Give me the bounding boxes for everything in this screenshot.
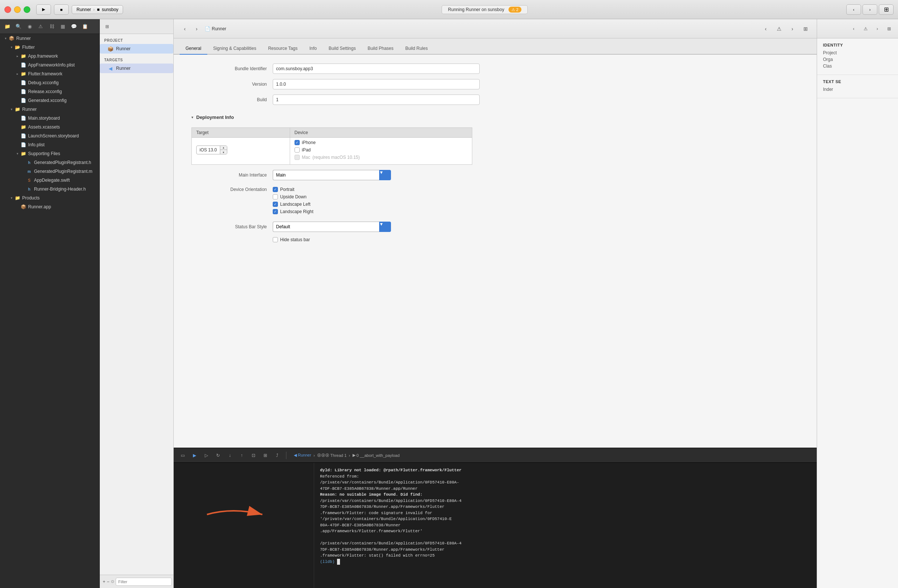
tab-build-phases[interactable]: Build Phases bbox=[362, 43, 400, 55]
version-input[interactable] bbox=[273, 79, 480, 89]
debug-step-out-btn[interactable]: ↑ bbox=[237, 451, 246, 460]
grid-icon[interactable]: ▦ bbox=[58, 22, 67, 31]
tab-info[interactable]: Info bbox=[303, 43, 323, 55]
nav-back-btn[interactable]: ‹ bbox=[846, 5, 861, 15]
debug-step-in-btn[interactable]: ↓ bbox=[225, 451, 234, 460]
debug-view-btn[interactable]: ⊡ bbox=[249, 451, 258, 460]
landscape-left-checkbox[interactable] bbox=[273, 202, 278, 207]
sidebar-item-generated-xcconfig[interactable]: ▸ 📄 Generated.xcconfig bbox=[0, 96, 99, 105]
debug-toolbar: ▭ ▶ ▷ ↻ ↓ ↑ ⊡ ⊞ ⤴ ◀ Runner › ⦿⦿⦿ Thread … bbox=[174, 448, 817, 463]
play-button[interactable]: ▶ bbox=[36, 5, 51, 15]
editor-nav-back[interactable]: ‹ bbox=[180, 24, 190, 34]
sidebar-item-bridging-header[interactable]: ▸ h Runner-Bridging-Header.h bbox=[0, 185, 99, 193]
warning-badge[interactable]: ⚠ 2 bbox=[509, 7, 521, 12]
editor-pane-icon[interactable]: ⊞ bbox=[800, 24, 811, 34]
tab-build-settings[interactable]: Build Settings bbox=[323, 43, 361, 55]
search-icon[interactable]: 🔍 bbox=[14, 22, 23, 31]
debug-hide-btn[interactable]: ▭ bbox=[178, 451, 187, 460]
tab-general[interactable]: General bbox=[180, 43, 207, 55]
scheme-selector[interactable]: Runner › ■ sunsboy bbox=[72, 5, 123, 14]
sidebar-item-supporting-files[interactable]: ▾ 📁 Supporting Files bbox=[0, 149, 99, 158]
report-icon[interactable]: 📋 bbox=[81, 22, 89, 31]
sidebar-item-launch-storyboard[interactable]: ▸ 📄 LaunchScreen.storyboard bbox=[0, 132, 99, 140]
sidebar-item-plugin-registrant-h[interactable]: ▸ h GeneratedPluginRegistrant.h bbox=[0, 158, 99, 167]
main-interface-dropdown-btn[interactable]: ▼ bbox=[379, 170, 391, 180]
sidebar-item-products[interactable]: ▾ 📁 Products bbox=[0, 193, 99, 203]
debug-play-btn[interactable]: ▷ bbox=[202, 451, 211, 460]
ios-version-down-arrow[interactable]: ▼ bbox=[220, 150, 227, 154]
sidebar-item-runner-folder[interactable]: ▾ 📁 Runner bbox=[0, 105, 99, 114]
sidebar-item-debug-xcconfig[interactable]: ▸ 📄 Debug.xcconfig bbox=[0, 78, 99, 87]
stop-button[interactable]: ■ bbox=[54, 5, 69, 15]
editor-nav-forward[interactable]: › bbox=[191, 24, 202, 34]
titlebar-center: Running Runner on sunsboy ⚠ 2 bbox=[126, 5, 843, 14]
debug-step-over-btn[interactable]: ↻ bbox=[214, 451, 223, 460]
project-nav-inspector-icon[interactable]: ⊞ bbox=[103, 22, 112, 31]
tab-signing[interactable]: Signing & Capabilities bbox=[207, 43, 262, 55]
hide-status-bar-checkbox[interactable] bbox=[273, 237, 278, 242]
landscape-right-checkbox[interactable] bbox=[273, 209, 278, 214]
products-icon: 📁 bbox=[14, 195, 21, 201]
status-bar-style-dropdown-btn[interactable]: ▼ bbox=[379, 222, 391, 232]
navigator-btn[interactable]: ⊞ bbox=[879, 5, 893, 15]
right-panel-nav-left[interactable]: ‹ bbox=[849, 25, 858, 33]
tab-build-rules[interactable]: Build Rules bbox=[400, 43, 434, 55]
link-icon[interactable]: ⛓ bbox=[47, 22, 56, 31]
ios-version-up-arrow[interactable]: ▲ bbox=[220, 146, 227, 150]
project-nav-runner-target[interactable]: ◀ Runner bbox=[100, 63, 173, 73]
debug-folder-btn[interactable]: ▶ bbox=[190, 451, 199, 460]
warning-icon[interactable]: ⚠ bbox=[36, 22, 45, 31]
mac-checkbox[interactable] bbox=[295, 155, 300, 160]
editor-right-nav-right[interactable]: › bbox=[787, 24, 798, 34]
debug-line-4: 47DF-BCB7-E385A0B67838/Runner.app/Runner bbox=[320, 486, 811, 492]
minimize-button[interactable] bbox=[14, 6, 21, 13]
sidebar-item-info-plist[interactable]: ▸ 📄 Info.plist bbox=[0, 140, 99, 149]
right-panel-nav-right[interactable]: › bbox=[873, 25, 882, 33]
folder-icon[interactable]: 📁 bbox=[3, 22, 12, 31]
portrait-checkbox[interactable] bbox=[273, 187, 278, 192]
source-icon[interactable]: 💬 bbox=[69, 22, 78, 31]
tab-resource-tags[interactable]: Resource Tags bbox=[262, 43, 303, 55]
right-panel-warning[interactable]: ⚠ bbox=[861, 25, 870, 33]
sidebar-item-assets[interactable]: ▸ 📁 Assets.xcassets bbox=[0, 123, 99, 132]
debug-memory-btn[interactable]: ⊞ bbox=[261, 451, 270, 460]
bundle-identifier-input[interactable] bbox=[273, 63, 480, 74]
sidebar-item-plugin-registrant-m[interactable]: ▸ m GeneratedPluginRegistrant.m bbox=[0, 167, 99, 176]
iphone-checkbox[interactable] bbox=[295, 140, 300, 145]
sidebar-item-runner-app[interactable]: ▸ 📦 Runner.app bbox=[0, 203, 99, 211]
deployment-info-header[interactable]: ▾ Deployment Info bbox=[191, 110, 799, 124]
filter-input[interactable] bbox=[116, 578, 172, 586]
sidebar-item-appdelegate[interactable]: ▸ S AppDelegate.swift bbox=[0, 176, 99, 185]
ios-version-cell: iOS 13.0 ▲ ▼ bbox=[192, 138, 290, 165]
project-nav-runner-project[interactable]: 📦 Runner bbox=[100, 44, 173, 54]
debug-breadcrumb-sep2: › bbox=[349, 453, 350, 458]
titlebar-right: ‹ › ⊞ bbox=[846, 5, 893, 15]
debug-breadcrumb: ◀ Runner › ⦿⦿⦿ Thread 1 › ▶ 0 __abort_wi… bbox=[294, 453, 400, 458]
traffic-lights bbox=[5, 6, 30, 13]
add-filter-btn[interactable]: + bbox=[103, 578, 105, 585]
sidebar-item-runner-root[interactable]: ▾ 📦 Runner bbox=[0, 34, 99, 43]
maximize-button[interactable] bbox=[24, 6, 30, 13]
nav-forward-btn[interactable]: › bbox=[863, 5, 877, 15]
debug-line-2: Referenced from: bbox=[320, 473, 811, 480]
ios-version-stepper[interactable]: iOS 13.0 ▲ ▼ bbox=[196, 146, 227, 154]
sidebar-item-flutter-framework[interactable]: ▸ 📁 Flutter.framework bbox=[0, 69, 99, 78]
editor-warning-icon[interactable]: ⚠ bbox=[774, 24, 784, 34]
sidebar-label-products: Products bbox=[22, 195, 40, 201]
sidebar-item-appframeworkinfo[interactable]: ▸ 📄 AppFrameworkInfo.plist bbox=[0, 61, 99, 69]
close-button[interactable] bbox=[5, 6, 11, 13]
sidebar-item-main-storyboard[interactable]: ▸ 📄 Main.storyboard bbox=[0, 114, 99, 123]
build-input[interactable] bbox=[273, 95, 480, 105]
upside-down-checkbox[interactable] bbox=[273, 194, 278, 200]
deployment-table-row: iOS 13.0 ▲ ▼ bbox=[192, 138, 472, 165]
debug-simulate-btn[interactable]: ⤴ bbox=[273, 451, 281, 460]
remove-filter-btn[interactable]: − bbox=[107, 578, 109, 585]
right-panel-org-row: Orga bbox=[823, 57, 892, 62]
ipad-checkbox[interactable] bbox=[295, 147, 300, 152]
sidebar-item-flutter[interactable]: ▾ 📂 Flutter bbox=[0, 43, 99, 52]
editor-right-nav-left[interactable]: ‹ bbox=[761, 24, 771, 34]
sidebar-item-release-xcconfig[interactable]: ▸ 📄 Release.xcconfig bbox=[0, 87, 99, 96]
symbol-icon[interactable]: ◉ bbox=[25, 22, 34, 31]
sidebar-item-app-framework[interactable]: ▸ 📁 App.framework bbox=[0, 52, 99, 61]
right-panel-pane-icon[interactable]: ⊞ bbox=[885, 25, 893, 33]
